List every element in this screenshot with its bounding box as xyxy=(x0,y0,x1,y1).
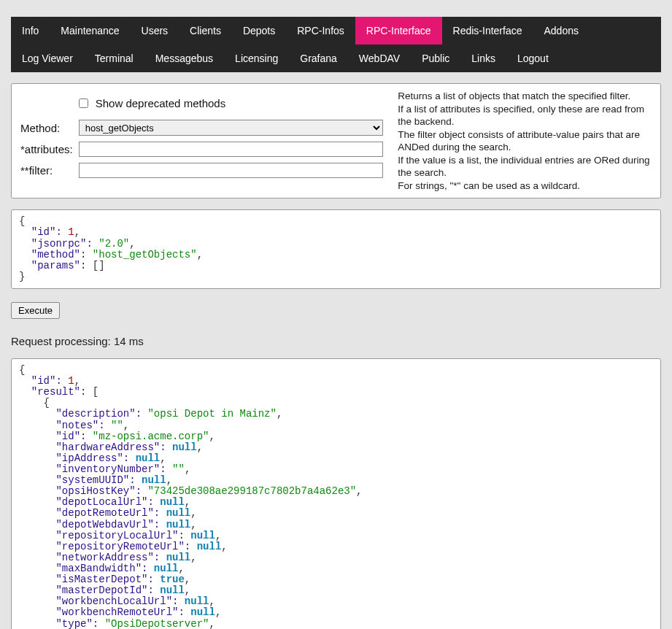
filter-input[interactable] xyxy=(79,163,384,178)
nav-item-logout[interactable]: Logout xyxy=(506,45,560,72)
nav-item-terminal[interactable]: Terminal xyxy=(84,45,144,72)
request-json: { "id": 1, "jsonrpc": "2.0", "method": "… xyxy=(11,209,661,289)
method-help-text: Returns a list of objects that match the… xyxy=(398,90,653,192)
nav-item-links[interactable]: Links xyxy=(460,45,506,72)
attributes-input[interactable] xyxy=(79,142,384,157)
nav-item-grafana[interactable]: Grafana xyxy=(289,45,348,72)
request-processing-time: Request processing: 14 ms xyxy=(11,335,661,347)
method-select[interactable]: host_getObjects xyxy=(79,120,384,136)
nav-item-clients[interactable]: Clients xyxy=(179,17,232,45)
nav-item-log-viewer[interactable]: Log Viewer xyxy=(11,45,84,72)
execute-button[interactable]: Execute xyxy=(11,302,60,319)
nav-item-public[interactable]: Public xyxy=(411,45,460,72)
nav-item-addons[interactable]: Addons xyxy=(533,17,589,45)
nav-item-rpc-infos[interactable]: RPC-Infos xyxy=(286,17,355,45)
nav-item-messagebus[interactable]: Messagebus xyxy=(144,45,224,72)
nav-item-users[interactable]: Users xyxy=(131,17,179,45)
method-label: Method: xyxy=(19,117,77,139)
nav-item-rpc-interface[interactable]: RPC-Interface xyxy=(355,17,442,45)
response-json: { "id": 1, "result": [ { "description": … xyxy=(11,358,661,629)
nav-item-info[interactable]: Info xyxy=(11,17,50,45)
attributes-label: *attributes: xyxy=(19,139,77,160)
filter-label: **filter: xyxy=(19,160,77,181)
show-deprecated-label[interactable]: Show deprecated methods xyxy=(96,97,225,109)
show-deprecated-checkbox[interactable] xyxy=(79,99,88,108)
nav-item-licensing[interactable]: Licensing xyxy=(224,45,289,72)
nav-item-redis-interface[interactable]: Redis-Interface xyxy=(442,17,533,45)
nav-item-depots[interactable]: Depots xyxy=(232,17,286,45)
nav-item-webdav[interactable]: WebDAV xyxy=(348,45,411,72)
nav-item-maintenance[interactable]: Maintenance xyxy=(50,17,130,45)
top-nav: InfoMaintenanceUsersClientsDepotsRPC-Inf… xyxy=(11,17,661,72)
rpc-form-panel: Show deprecated methods Method: host_get… xyxy=(11,83,661,198)
